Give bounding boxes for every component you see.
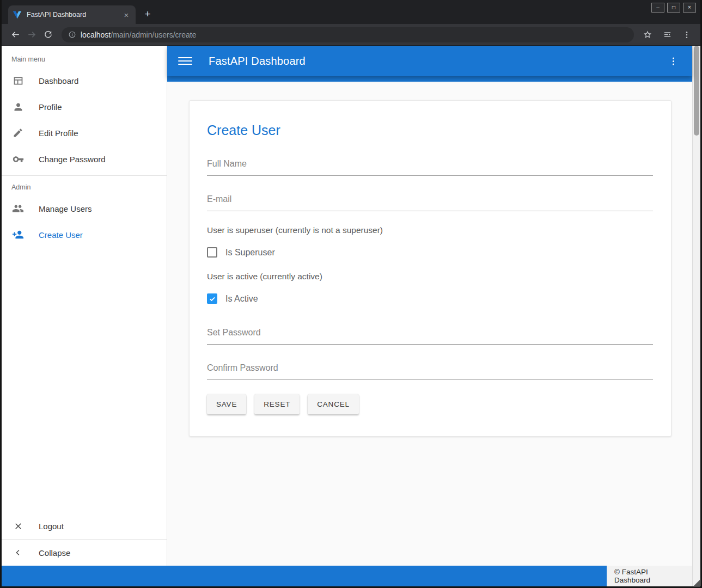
browser-viewport: Main menu Dashboard Profile — [2, 46, 700, 586]
key-icon — [11, 152, 25, 166]
person-icon — [11, 100, 25, 113]
app-toolbar-extension — [167, 76, 692, 82]
create-user-card: Create User User is superuser (currently… — [189, 100, 672, 437]
sidebar-item-label: Edit Profile — [39, 128, 78, 138]
browser-tab[interactable]: FastAPI Dashboard × — [8, 5, 136, 24]
sidebar-item-edit-profile[interactable]: Edit Profile — [2, 120, 167, 146]
browser-window: FastAPI Dashboard × + – □ × localhost/ma… — [0, 0, 702, 588]
form-actions: SAVE RESET CANCEL — [207, 394, 653, 414]
sidebar-section-admin: Admin — [2, 179, 167, 195]
people-icon — [11, 202, 25, 215]
page-title: Create User — [207, 122, 653, 138]
window-close-button[interactable]: × — [683, 3, 696, 13]
sidebar-item-label: Logout — [39, 522, 64, 531]
save-button[interactable]: SAVE — [207, 394, 246, 414]
sidebar-item-dashboard[interactable]: Dashboard — [2, 68, 167, 94]
reload-button[interactable] — [40, 27, 56, 43]
sidebar: Main menu Dashboard Profile — [2, 46, 167, 566]
back-button[interactable] — [7, 27, 23, 43]
sidebar-item-collapse[interactable]: Collapse — [2, 540, 167, 566]
tab-close-icon[interactable]: × — [121, 10, 131, 20]
sidebar-item-label: Create User — [39, 230, 83, 240]
sidebar-section-main-menu: Main menu — [2, 46, 167, 68]
sidebar-item-manage-users[interactable]: Manage Users — [2, 195, 167, 222]
bookmark-star-icon[interactable] — [639, 27, 656, 43]
full-name-field — [207, 159, 653, 176]
sidebar-item-profile[interactable]: Profile — [2, 94, 167, 120]
app-title: FastAPI Dashboard — [209, 55, 306, 68]
footer-copyright: © FastAPI Dashboard — [607, 566, 692, 586]
confirm-password-input[interactable] — [207, 363, 653, 373]
content-area: Create User User is superuser (currently… — [167, 82, 692, 566]
person-add-icon — [11, 228, 25, 241]
confirm-password-field — [207, 363, 653, 380]
cancel-button[interactable]: CANCEL — [308, 394, 359, 414]
sidebar-bottom: Logout Collapse — [2, 513, 167, 566]
browser-titlebar: FastAPI Dashboard × + – □ × — [2, 0, 700, 24]
pencil-icon — [11, 126, 25, 139]
app-main-row: Main menu Dashboard Profile — [2, 46, 692, 566]
active-checkbox-label[interactable]: Is Active — [225, 294, 258, 304]
scrollbar-thumb[interactable] — [694, 46, 699, 136]
new-tab-button[interactable]: + — [140, 7, 155, 22]
vuetify-logo-icon — [13, 10, 22, 20]
app-footer: © FastAPI Dashboard — [2, 566, 692, 586]
sidebar-item-label: Dashboard — [39, 76, 78, 85]
resize-grip-icon — [694, 580, 700, 586]
navbar-right — [639, 27, 695, 43]
close-icon — [11, 519, 25, 532]
browser-navbar: localhost/main/admin/users/create — [2, 24, 700, 46]
window-maximize-button[interactable]: □ — [667, 3, 680, 13]
tab-title: FastAPI Dashboard — [27, 11, 121, 19]
url-bar[interactable]: localhost/main/admin/users/create — [62, 27, 634, 42]
superuser-checkbox-row[interactable]: Is Superuser — [207, 247, 653, 258]
window-minimize-button[interactable]: – — [651, 3, 664, 13]
sidebar-item-change-password[interactable]: Change Password — [2, 146, 167, 172]
dashboard-icon — [11, 74, 25, 87]
page-scrollbar[interactable] — [692, 46, 700, 586]
superuser-hint: User is superuser (currently is not a su… — [207, 225, 653, 235]
sidebar-item-label: Collapse — [39, 548, 70, 558]
browser-menu-icon[interactable] — [679, 27, 695, 43]
forward-button[interactable] — [23, 27, 40, 43]
window-controls: – □ × — [651, 3, 696, 13]
full-name-input[interactable] — [207, 159, 653, 169]
sidebar-item-label: Change Password — [39, 155, 106, 164]
chevron-left-icon — [11, 546, 25, 559]
superuser-checkbox[interactable] — [207, 247, 217, 258]
hamburger-menu-icon[interactable] — [178, 54, 192, 68]
sidebar-divider — [2, 175, 167, 176]
reset-button[interactable]: RESET — [254, 394, 300, 414]
sidebar-item-create-user[interactable]: Create User — [2, 222, 167, 248]
superuser-checkbox-label[interactable]: Is Superuser — [225, 248, 275, 258]
app-toolbar: FastAPI Dashboard — [167, 46, 692, 76]
password-input[interactable] — [207, 328, 653, 338]
email-input[interactable] — [207, 194, 653, 204]
extensions-icon[interactable] — [659, 27, 675, 43]
sidebar-item-logout[interactable]: Logout — [2, 513, 167, 539]
sidebar-item-label: Manage Users — [39, 204, 92, 213]
active-hint: User is active (currently active) — [207, 272, 653, 281]
password-field — [207, 328, 653, 345]
toolbar-more-icon[interactable] — [665, 53, 681, 69]
active-checkbox-row[interactable]: Is Active — [207, 293, 653, 304]
main-area: FastAPI Dashboard Create User — [167, 46, 692, 566]
app-page: Main menu Dashboard Profile — [2, 46, 692, 586]
site-info-icon[interactable] — [68, 30, 76, 39]
active-checkbox[interactable] — [207, 293, 217, 304]
url-text: localhost/main/admin/users/create — [81, 30, 196, 39]
email-field — [207, 194, 653, 211]
sidebar-item-label: Profile — [39, 102, 62, 112]
